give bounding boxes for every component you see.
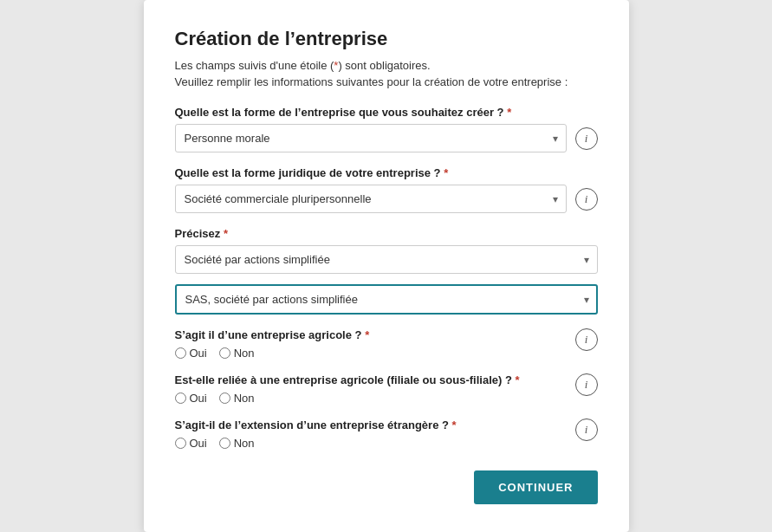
modal-footer: CONTINUER	[175, 470, 598, 504]
extension-etrangere-content: S’agit-il de l’extension d’une entrepris…	[175, 418, 567, 450]
agricole-oui-label[interactable]: Oui	[175, 347, 207, 360]
extension-etrangere-group: S’agit-il de l’extension d’une entrepris…	[175, 418, 598, 450]
modal-description: Veuillez remplir les informations suivan…	[175, 75, 598, 88]
reliee-agricole-non-radio[interactable]	[219, 393, 230, 404]
extension-etrangere-oui-label[interactable]: Oui	[175, 437, 207, 450]
agricole-label: S’agit il d’une entreprise agricole ? *	[175, 328, 567, 341]
forme-juridique-select[interactable]: Société commerciale pluripersonnelle Aut…	[175, 185, 567, 213]
extension-etrangere-question-row: S’agit-il de l’extension d’une entrepris…	[175, 418, 598, 450]
forme-entreprise-select-wrapper: Personne morale Personne physique ▾	[175, 124, 567, 152]
preciser-group: Précisez * Société par actions simplifié…	[175, 227, 598, 315]
forme-entreprise-info-icon[interactable]: i	[575, 127, 598, 150]
agricole-question-row: S’agit il d’une entreprise agricole ? * …	[175, 328, 598, 360]
extension-etrangere-non-label[interactable]: Non	[219, 437, 255, 450]
reliee-agricole-label: Est-elle reliée à une entreprise agricol…	[175, 373, 567, 386]
agricole-content: S’agit il d’une entreprise agricole ? * …	[175, 328, 567, 360]
extension-etrangere-label: S’agit-il de l’extension d’une entrepris…	[175, 418, 567, 431]
preciser-select[interactable]: Société par actions simplifiée Autre	[175, 245, 598, 274]
forme-entreprise-row: Personne morale Personne physique ▾ i	[175, 124, 598, 152]
forme-juridique-info-icon[interactable]: i	[575, 188, 598, 211]
forme-juridique-row: Société commerciale pluripersonnelle Aut…	[175, 185, 598, 213]
agricole-oui-radio[interactable]	[175, 347, 186, 359]
reliee-agricole-group: Est-elle reliée à une entreprise agricol…	[175, 373, 598, 405]
preciser-label: Précisez *	[175, 227, 598, 240]
reliee-agricole-oui-radio[interactable]	[175, 393, 186, 404]
reliee-agricole-radio-group: Oui Non	[175, 392, 567, 405]
agricole-info-icon[interactable]: i	[575, 328, 598, 351]
preciser-row: Société par actions simplifiée Autre ▾	[175, 245, 598, 274]
forme-juridique-label: Quelle est la forme juridique de votre e…	[175, 166, 598, 179]
modal-title: Création de l’entreprise	[175, 28, 598, 50]
reliee-agricole-oui-label[interactable]: Oui	[175, 392, 207, 405]
agricole-radio-group: Oui Non	[175, 347, 567, 360]
extension-etrangere-info-icon[interactable]: i	[575, 418, 598, 441]
reliee-agricole-question-row: Est-elle reliée à une entreprise agricol…	[175, 373, 598, 405]
creation-entreprise-modal: Création de l’entreprise Les champs suiv…	[144, 0, 629, 532]
reliee-agricole-info-icon[interactable]: i	[575, 373, 598, 396]
forme-juridique-select-wrapper: Société commerciale pluripersonnelle Aut…	[175, 185, 567, 213]
forme-entreprise-group: Quelle est la forme de l’entreprise que …	[175, 106, 598, 152]
continuer-button[interactable]: CONTINUER	[474, 470, 597, 504]
reliee-agricole-content: Est-elle reliée à une entreprise agricol…	[175, 373, 567, 405]
agricole-non-label[interactable]: Non	[219, 347, 255, 360]
agricole-non-radio[interactable]	[219, 347, 230, 359]
asterisk-notice: *	[334, 59, 338, 72]
forme-entreprise-select[interactable]: Personne morale Personne physique	[175, 124, 567, 152]
preciser2-select-wrapper: SAS, société par actions simplifiée Autr…	[175, 284, 598, 315]
extension-etrangere-radio-group: Oui Non	[175, 437, 567, 450]
forme-entreprise-label: Quelle est la forme de l’entreprise que …	[175, 106, 598, 119]
required-fields-notice: Les champs suivis d'une étoile (*) sont …	[175, 59, 598, 72]
preciser2-row: SAS, société par actions simplifiée Autr…	[175, 284, 598, 315]
extension-etrangere-non-radio[interactable]	[219, 438, 230, 449]
preciser-select-wrapper: Société par actions simplifiée Autre ▾	[175, 245, 598, 274]
reliee-agricole-non-label[interactable]: Non	[219, 392, 255, 405]
agricole-group: S’agit il d’une entreprise agricole ? * …	[175, 328, 598, 360]
preciser2-select[interactable]: SAS, société par actions simplifiée Autr…	[175, 284, 598, 315]
forme-juridique-group: Quelle est la forme juridique de votre e…	[175, 166, 598, 213]
extension-etrangere-oui-radio[interactable]	[175, 438, 186, 449]
